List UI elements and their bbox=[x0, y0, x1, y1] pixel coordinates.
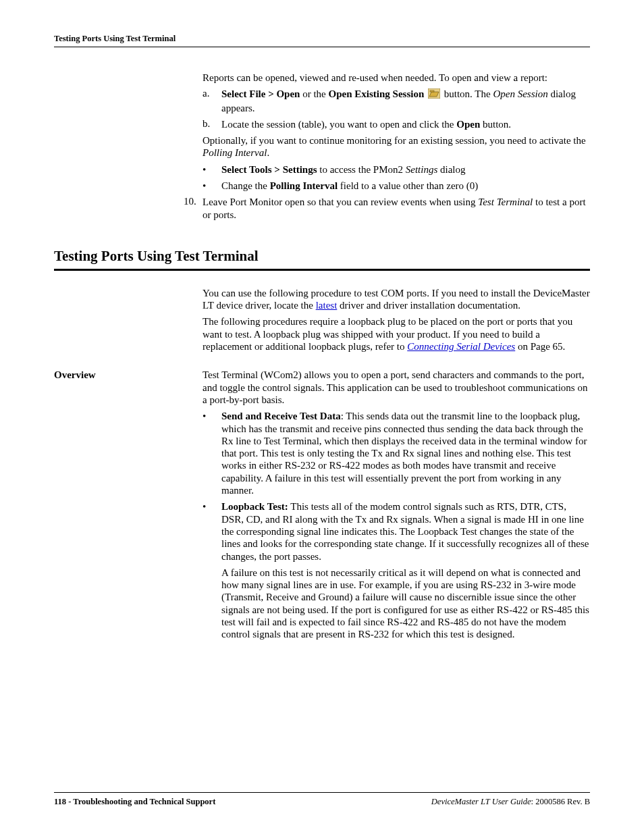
step-a-seg5: Open Session bbox=[493, 88, 547, 99]
svg-rect-2 bbox=[430, 90, 434, 92]
para1-seg2: driver and driver installation documenta… bbox=[337, 300, 520, 311]
para2-seg2: on Page 65. bbox=[515, 341, 565, 352]
step-10-content: Leave Port Monitor open so that you can … bbox=[203, 196, 590, 221]
step-a-seg4: button. The bbox=[441, 88, 493, 99]
optional-para: Optionally, if you want to continue moni… bbox=[203, 134, 590, 159]
step-10: 10. Leave Port Monitor open so that you … bbox=[184, 196, 590, 221]
bullet-spacer bbox=[203, 567, 221, 641]
bullet-polling-interval: • Change the Polling Interval field to a… bbox=[203, 180, 590, 192]
latest-link[interactable]: latest bbox=[316, 300, 338, 311]
step10-seg1: Leave Port Monitor open so that you can … bbox=[203, 197, 478, 207]
footer-right-ital: DeviceMaster LT User Guide bbox=[431, 797, 531, 806]
bullet1-content: Select Tools > Settings to access the PM… bbox=[221, 163, 590, 176]
overview-b2-follow: A failure on this test is not necessaril… bbox=[221, 567, 590, 641]
footer-left: 118 - Troubleshooting and Technical Supp… bbox=[54, 797, 215, 807]
top-body: Reports can be opened, viewed and re-use… bbox=[203, 72, 590, 221]
overview-b2-content: Loopback Test: This tests all of the mod… bbox=[221, 500, 590, 562]
footer-left-title: Troubleshooting and Technical Support bbox=[73, 797, 215, 806]
section-para1: You can use the following procedure to t… bbox=[203, 287, 590, 312]
bullet2-content: Change the Polling Interval field to a v… bbox=[221, 180, 590, 192]
section-heading: Testing Ports Using Test Terminal bbox=[54, 248, 590, 265]
bullet1-seg3: Settings bbox=[406, 164, 438, 175]
bullet2-seg1: Change the bbox=[221, 180, 270, 191]
footer: 118 - Troubleshooting and Technical Supp… bbox=[54, 792, 590, 807]
bullet-tools-settings: • Select Tools > Settings to access the … bbox=[203, 163, 590, 176]
footer-rule bbox=[54, 792, 590, 793]
bullet-marker: • bbox=[203, 180, 221, 192]
overview-b2-lead: Loopback Test: bbox=[221, 501, 288, 512]
open-session-icon bbox=[428, 88, 440, 101]
overview-block: Overview Test Terminal (WCom2) allows yo… bbox=[54, 369, 590, 644]
step10-seg2: Test Terminal bbox=[478, 197, 533, 207]
section-rule bbox=[54, 269, 590, 271]
footer-right: DeviceMaster LT User Guide: 2000586 Rev.… bbox=[431, 797, 590, 807]
overview-body: Test Terminal (WCom2) allows you to open… bbox=[203, 369, 590, 644]
step-a-seg3: Open Existing Session bbox=[329, 88, 425, 99]
overview-bullet-loopback-follow: A failure on this test is not necessaril… bbox=[203, 567, 590, 641]
bullet2-seg3: field to a value other than zero (0) bbox=[338, 180, 478, 191]
overview-sidehead: Overview bbox=[54, 369, 203, 644]
step-a-seg2: or the bbox=[300, 88, 328, 99]
optional-seg2: Polling Interval bbox=[203, 147, 267, 158]
optional-seg1: Optionally, if you want to continue moni… bbox=[203, 135, 586, 146]
step-a-content: Select File > Open or the Open Existing … bbox=[221, 88, 590, 114]
running-head: Testing Ports Using Test Terminal bbox=[54, 34, 590, 44]
step-b-seg1: Locate the session (table), you want to … bbox=[221, 119, 456, 130]
overview-b1-text: : This sends data out the transmit line … bbox=[221, 411, 587, 496]
section-body: You can use the following procedure to t… bbox=[203, 287, 590, 353]
step-10-marker: 10. bbox=[184, 196, 203, 221]
optional-seg3: . bbox=[267, 147, 269, 158]
bullet-marker: • bbox=[203, 163, 221, 176]
step-a: a. Select File > Open or the Open Existi… bbox=[203, 88, 590, 114]
step-b-content: Locate the session (table), you want to … bbox=[221, 118, 590, 130]
footer-right-plain: : 2000586 Rev. B bbox=[531, 797, 590, 806]
bullet-marker: • bbox=[203, 500, 221, 562]
footer-page: 118 - bbox=[54, 797, 73, 806]
overview-b1-content: Send and Receive Test Data: This sends d… bbox=[221, 410, 590, 496]
overview-b1-lead: Send and Receive Test Data bbox=[221, 411, 341, 421]
bullet1-seg4: dialog bbox=[437, 164, 465, 175]
overview-bullet-send-receive: • Send and Receive Test Data: This sends… bbox=[203, 410, 590, 496]
connecting-serial-devices-link[interactable]: Connecting Serial Devices bbox=[407, 341, 515, 352]
overview-intro: Test Terminal (WCom2) allows you to open… bbox=[203, 369, 590, 406]
section-para2: The following procedures require a loopb… bbox=[203, 315, 590, 353]
step-a-marker: a. bbox=[203, 88, 221, 114]
bullet2-seg2: Polling Interval bbox=[270, 180, 338, 191]
bullet1-seg1: Select Tools > Settings bbox=[221, 164, 317, 175]
step-b-marker: b. bbox=[203, 118, 221, 130]
step-b-seg3: button. bbox=[480, 119, 511, 130]
bullet-marker: • bbox=[203, 410, 221, 496]
step-b: b. Locate the session (table), you want … bbox=[203, 118, 590, 130]
step-a-seg1: Select File > Open bbox=[221, 88, 300, 99]
overview-bullet-loopback: • Loopback Test: This tests all of the m… bbox=[203, 500, 590, 562]
header-rule bbox=[54, 47, 590, 47]
step-b-seg2: Open bbox=[456, 119, 480, 130]
bullet1-seg2: to access the PMon2 bbox=[317, 164, 405, 175]
reports-intro: Reports can be opened, viewed and re-use… bbox=[203, 72, 590, 84]
